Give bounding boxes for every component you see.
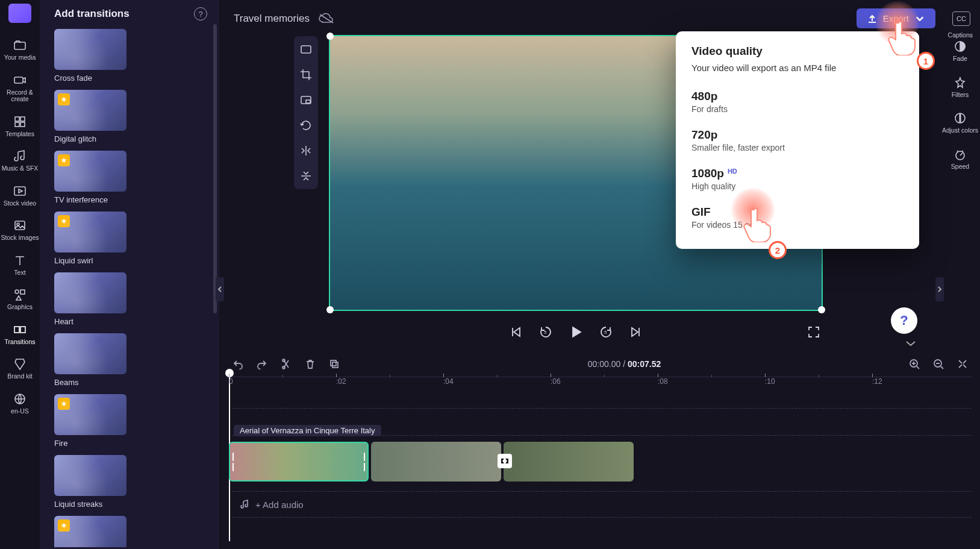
transition-beams[interactable]: Beams [54,333,126,387]
video-track[interactable]: Aerial of Vernazza in Cinque Terre Italy [229,438,972,488]
transition-digital-glitch[interactable]: Digital glitch [54,90,126,143]
fullscreen-button[interactable] [807,325,820,341]
premium-badge [58,519,70,532]
rotate-icon[interactable] [300,119,312,131]
undo-button[interactable] [233,359,243,369]
captions-button[interactable]: CC [952,11,970,26]
delete-button[interactable] [305,359,316,369]
video-clip-3[interactable] [504,442,634,482]
stockvideo-icon [13,184,27,198]
ruler-tick: 0 [229,377,233,386]
zoom-out-button[interactable] [933,359,944,369]
transition-tv-interference[interactable]: TV interference [54,151,126,204]
sidebar-item-en-us[interactable]: en-US [0,387,40,422]
transition-heart[interactable]: Heart [54,272,126,326]
video-clip-1[interactable] [229,442,369,482]
transition-fire[interactable]: Fire [54,394,126,448]
resize-handle-tl[interactable] [326,33,334,40]
transition-cross-fade[interactable]: Cross fade [54,29,126,83]
property-speed[interactable]: Speed [940,144,980,179]
sidebar-item-brand-kit[interactable]: Brand kit [0,353,40,387]
premium-badge [58,398,70,410]
sidebar-item-your-media[interactable]: Your media [0,34,40,69]
ruler-tick: :06 [551,377,561,386]
pip-icon[interactable] [300,94,312,106]
export-option-1080p[interactable]: 1080pHDHigh quality [691,161,904,199]
transition-liquid-streaks[interactable]: Liquid streaks [54,455,126,509]
transitions-panel: Add transitions ? Cross fadeDigital glit… [40,0,219,549]
svg-rect-0 [14,42,25,49]
sidebar-item-music-sfx[interactable]: Music & SFX [0,145,40,180]
ruler-tick: :02 [336,377,346,386]
transition-liquid-drops[interactable]: Liquid drops [54,516,126,547]
skip-end-button[interactable] [629,325,643,341]
fade-icon [953,40,967,53]
svg-rect-3 [20,117,25,121]
timeline: 00:00.00 / 00:07.52 0:02:04:06:08:10:12 … [229,359,972,518]
fit-timeline-button[interactable] [957,359,968,369]
svg-rect-5 [20,122,25,127]
forward-5-button[interactable]: 5 [599,325,613,341]
transition-icon[interactable] [498,454,512,468]
video-clip-2[interactable] [371,442,501,482]
export-option-gif[interactable]: GIFFor videos 15 secon [691,199,904,238]
svg-text:5: 5 [604,330,607,335]
folder-icon [13,39,27,52]
transition-liquid-swirl[interactable]: Liquid swirl [54,212,126,265]
dropdown-subtitle: Your video will export as an MP4 file [691,63,904,73]
skip-start-button[interactable] [509,325,522,341]
resize-handle-br[interactable] [818,306,825,313]
flip-h-icon[interactable] [300,145,312,157]
svg-rect-12 [20,327,25,333]
timecode: 00:00.00 / 00:07.52 [353,359,896,369]
redo-button[interactable] [257,359,267,369]
add-audio-label: + Add audio [255,500,304,510]
svg-rect-1 [14,77,23,83]
sidebar-item-stock-video[interactable]: Stock video [0,180,40,215]
svg-rect-11 [14,327,19,333]
speed-icon [953,148,967,161]
property-filters[interactable]: Filters [940,72,980,107]
zoom-in-button[interactable] [909,359,920,369]
rewind-5-button[interactable]: 5 [539,325,552,341]
export-option-480p[interactable]: 480pFor drafts [691,84,904,122]
expand-down-icon[interactable] [905,339,916,350]
sidebar-item-templates[interactable]: Templates [0,110,40,145]
sidebar-item-text[interactable]: Text [0,249,40,284]
sidebar-item-record-create[interactable]: Record & create [0,69,40,110]
help-bubble[interactable]: ? [891,307,917,334]
project-title[interactable]: Travel memories [234,13,310,25]
right-sidebar: FadeFiltersAdjust colorsSpeed [940,36,980,178]
chevron-down-icon [915,14,925,24]
collapse-right-panel-button[interactable] [935,277,944,301]
help-icon[interactable]: ? [194,7,207,20]
transition-grid[interactable]: Cross fadeDigital glitchTV interferenceL… [54,29,219,547]
svg-rect-14 [301,46,311,53]
duplicate-button[interactable] [329,359,340,369]
premium-badge [58,93,70,105]
app-logo[interactable] [8,4,31,23]
transitions-icon [13,323,27,336]
ruler[interactable]: 0:02:04:06:08:10:12 [229,377,972,392]
fit-icon[interactable] [300,43,312,55]
export-button[interactable]: Export [857,8,935,28]
sidebar-item-stock-images[interactable]: Stock images [0,214,40,249]
export-option-720p[interactable]: 720pSmaller file, faster export [691,122,904,161]
svg-rect-25 [332,362,338,368]
svg-point-9 [15,290,19,293]
play-button[interactable] [569,325,582,341]
property-fade[interactable]: Fade [940,36,980,71]
stockimage-icon [13,219,27,232]
sidebar-item-graphics[interactable]: Graphics [0,283,40,318]
cloud-sync-icon[interactable] [318,13,334,25]
audio-track[interactable]: + Add audio [229,491,972,518]
export-quality-dropdown: Video quality Your video will export as … [676,31,919,249]
panel-scrollbar[interactable] [213,24,217,313]
property-adjust-colors[interactable]: Adjust colors [940,108,980,143]
split-button[interactable] [281,359,292,369]
resize-handle-bl[interactable] [326,306,334,313]
sidebar-item-transitions[interactable]: Transitions [0,318,40,353]
crop-icon[interactable] [300,69,312,81]
collapse-panel-button[interactable] [216,277,224,301]
flip-v-icon[interactable] [300,170,312,182]
